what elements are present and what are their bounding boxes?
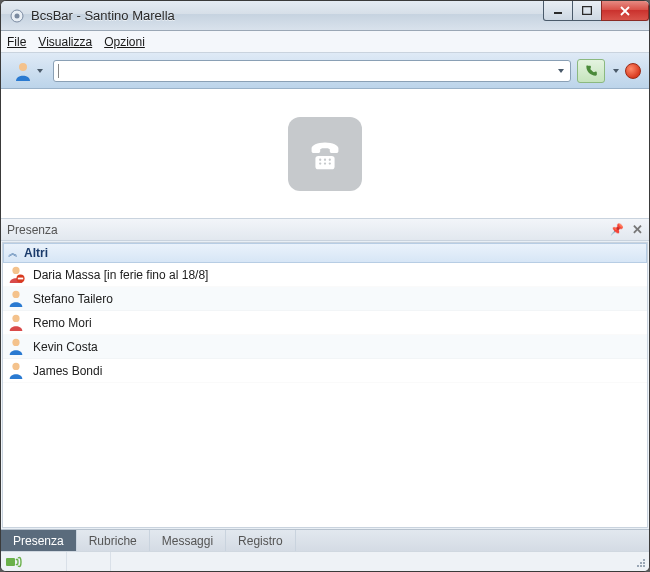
svg-point-12: [12, 266, 19, 273]
svg-rect-3: [583, 7, 592, 15]
presence-icon: [7, 289, 27, 309]
presence-icon: [7, 337, 27, 357]
svg-rect-19: [6, 558, 15, 566]
window-title: BcsBar - Santino Marella: [31, 8, 175, 23]
svg-point-17: [12, 338, 19, 345]
presence-panel-title: Presenza: [7, 223, 58, 237]
svg-rect-22: [643, 562, 645, 564]
toolbar: [1, 53, 649, 89]
svg-point-8: [329, 158, 331, 160]
svg-rect-24: [640, 562, 642, 564]
svg-rect-14: [18, 277, 23, 279]
phone-placeholder-icon: [288, 117, 362, 191]
contact-row[interactable]: Kevin Costa: [3, 335, 647, 359]
svg-point-10: [324, 162, 326, 164]
contact-name: James Bondi: [33, 364, 102, 378]
svg-point-1: [15, 13, 20, 18]
statusbar-segment: [67, 552, 111, 571]
presence-panel-header: Presenza 📌 ✕: [1, 219, 649, 241]
resize-grip[interactable]: [635, 557, 647, 569]
svg-point-7: [324, 158, 326, 160]
svg-point-6: [319, 158, 321, 160]
presence-icon: [7, 361, 27, 381]
group-name: Altri: [24, 246, 48, 260]
statusbar-segment: [23, 552, 67, 571]
menubar: File Visualizza Opzioni: [1, 31, 649, 53]
presence-icon: [7, 265, 27, 285]
chevron-down-icon: [613, 69, 619, 73]
call-dropdown-button[interactable]: [611, 69, 619, 73]
app-window: BcsBar - Santino Marella File Visualizza…: [0, 0, 650, 572]
contact-row[interactable]: Remo Mori: [3, 311, 647, 335]
phone-icon: [584, 64, 598, 78]
tab-presenza[interactable]: Presenza: [1, 530, 77, 551]
main-area: Presenza 📌 ✕ ︽ Altri Daria Massa [in fer…: [1, 219, 649, 571]
panel-close-button[interactable]: ✕: [632, 222, 643, 237]
call-button[interactable]: [577, 59, 605, 83]
menu-view[interactable]: Visualizza: [38, 35, 92, 49]
svg-rect-2: [554, 12, 562, 14]
maximize-button[interactable]: [572, 1, 602, 21]
dial-input-wrap: [53, 60, 571, 82]
dial-input[interactable]: [62, 62, 552, 80]
dial-dropdown-button[interactable]: [552, 69, 568, 73]
svg-rect-25: [643, 559, 645, 561]
chevron-down-icon: [558, 69, 564, 73]
contact-name: Stefano Tailero: [33, 292, 113, 306]
presence-icon: [7, 313, 27, 333]
person-icon: [13, 61, 33, 81]
window-controls: [544, 1, 649, 21]
titlebar[interactable]: BcsBar - Santino Marella: [1, 1, 649, 31]
group-header-altri[interactable]: ︽ Altri: [3, 243, 647, 263]
contact-name: Kevin Costa: [33, 340, 98, 354]
connection-status-icon: [5, 555, 23, 569]
presence-panel-body: ︽ Altri Daria Massa [in ferie fino al 18…: [2, 242, 648, 528]
close-button[interactable]: [601, 1, 649, 21]
chevron-down-icon: [37, 69, 43, 73]
record-button[interactable]: [625, 63, 641, 79]
chevron-up-icon: ︽: [8, 246, 18, 260]
svg-point-16: [12, 314, 19, 321]
my-status-button[interactable]: [9, 59, 47, 83]
tab-messaggi[interactable]: Messaggi: [150, 530, 226, 551]
svg-point-18: [12, 362, 19, 369]
app-icon: [9, 8, 25, 24]
contact-row[interactable]: Daria Massa [in ferie fino al 18/8]: [3, 263, 647, 287]
minimize-button[interactable]: [543, 1, 573, 21]
svg-point-15: [12, 290, 19, 297]
svg-point-4: [19, 63, 27, 71]
svg-point-11: [329, 162, 331, 164]
svg-rect-23: [637, 565, 639, 567]
call-display-area: [1, 89, 649, 219]
svg-rect-21: [640, 565, 642, 567]
contact-name: Daria Massa [in ferie fino al 18/8]: [33, 268, 208, 282]
contact-row[interactable]: James Bondi: [3, 359, 647, 383]
tab-registro[interactable]: Registro: [226, 530, 296, 551]
bottom-tabs: Presenza Rubriche Messaggi Registro: [1, 529, 649, 551]
contact-list: Daria Massa [in ferie fino al 18/8]Stefa…: [3, 263, 647, 527]
svg-point-9: [319, 162, 321, 164]
menu-options[interactable]: Opzioni: [104, 35, 145, 49]
menu-file[interactable]: File: [7, 35, 26, 49]
pin-button[interactable]: 📌: [610, 223, 624, 236]
tab-rubriche[interactable]: Rubriche: [77, 530, 150, 551]
contact-row[interactable]: Stefano Tailero: [3, 287, 647, 311]
svg-rect-20: [643, 565, 645, 567]
statusbar: [1, 551, 649, 571]
contact-name: Remo Mori: [33, 316, 92, 330]
